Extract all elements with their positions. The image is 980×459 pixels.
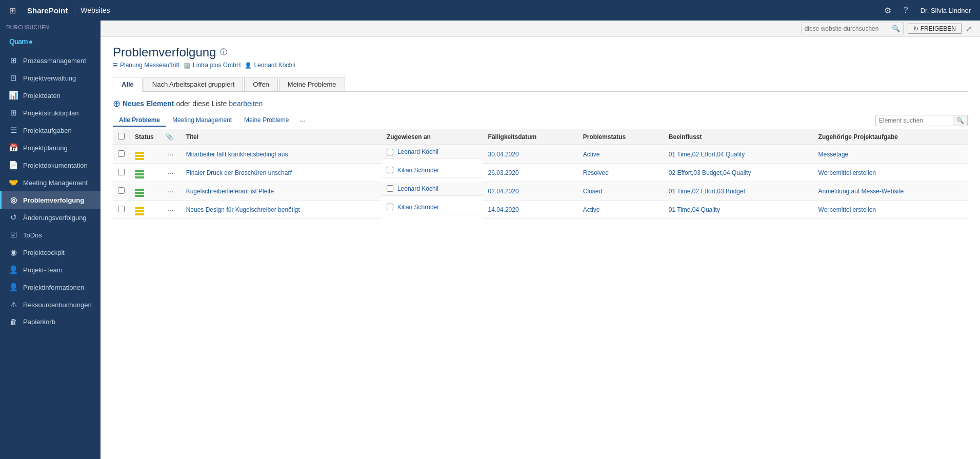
tab-meine-probleme[interactable]: Meine Probleme [279,77,345,91]
site-search-input[interactable] [805,25,890,32]
site-search-box[interactable]: 🔍 [801,23,904,34]
row-title-cell[interactable]: Mitarbeiter fällt krankheitsbedingt aus [181,145,382,164]
content-area: 🔍 ↻ FREIGEBEN ⤢ Problemverfolgung ⓘ ☰ Pl… [101,21,980,459]
sidebar-item-projektinformationen[interactable]: 👤 Projektinformationen [0,278,101,296]
sidebar-item-projektplanung[interactable]: 📅 Projektplanung [0,139,101,156]
todos-icon: ☑ [9,230,18,240]
grid-icon[interactable]: ⊞ [4,6,21,15]
row-menu-cell[interactable]: ··· [161,182,181,201]
row-project-task-cell[interactable]: Messetage [813,145,968,164]
row-problem-status-cell: Active [578,145,664,164]
sidebar-item-projekt-team[interactable]: 👤 Projekt-Team [0,261,101,278]
content-topbar: 🔍 ↻ FREIGEBEN ⤢ [101,21,980,37]
sidebar-item-projektstrukturplan[interactable]: ⊞ Projektstrukturplan [0,104,101,122]
row-menu-button[interactable]: ··· [166,150,176,158]
row-checkbox[interactable] [118,206,125,212]
select-all-checkbox[interactable] [118,133,125,139]
row-project-task-cell[interactable]: Werbemittel erstellen [813,201,968,219]
row-due-cell: 30.04.2020 [483,145,578,164]
project-mgmt-icon: ⊡ [9,73,18,83]
breadcrumb-item-1[interactable]: ☰ Planung Messeauftritt [113,62,179,69]
col-header-check[interactable] [113,129,130,145]
edit-list-link[interactable]: bearbeiten [229,99,263,108]
page-title-row: Problemverfolgung ⓘ [113,45,968,59]
sidebar-item-projektaufgaben[interactable]: ☰ Projektaufgaben [0,122,101,139]
row-menu-button[interactable]: ··· [166,169,176,177]
row-menu-button[interactable]: ··· [166,206,176,214]
top-navigation: ⊞ SharePoint Websites ⚙ ? Dr. Silvia Lin… [0,0,980,21]
assigned-checkbox[interactable] [387,149,393,155]
sidebar-item-todos[interactable]: ☑ ToDos [0,226,101,244]
row-menu-button[interactable]: ··· [166,187,176,195]
settings-button[interactable]: ⚙ [879,4,896,17]
row-title-cell[interactable]: Kugelschreiberlieferant ist Pleite [181,182,382,201]
assigned-checkbox[interactable] [387,204,393,210]
row-checkbox[interactable] [118,150,125,157]
row-problem-status-cell: Closed [578,182,664,201]
sidebar-item-projektcockpit[interactable]: ◉ Projektcockpit [0,244,101,261]
filter-search[interactable]: 🔍 [875,115,968,126]
sidebar-item-projektdaten[interactable]: 📊 Projektdaten [0,87,101,104]
filter-meine-probleme[interactable]: Meine Probleme [238,114,295,127]
table-row: ···Neues Design für Kugelschreiber benöt… [113,201,968,219]
sidebar-item-ressourcenbuchungen[interactable]: ⚠ Ressourcenbuchungen [0,296,101,313]
assigned-checkbox[interactable] [387,167,393,173]
row-title-cell[interactable]: Finaler Druck der Broschüren unscharf [181,164,382,182]
resources-icon: ⚠ [9,300,18,309]
sidebar-item-projektdokumentation[interactable]: 📄 Projektdokumentation [0,156,101,174]
user-display[interactable]: Dr. Silvia Lindner [915,7,976,14]
tab-offen[interactable]: Offen [244,77,278,91]
trash-icon: 🗑 [9,317,18,326]
row-problem-status-cell: Resolved [578,164,664,182]
filter-alle-probleme[interactable]: Alle Probleme [113,114,166,127]
sidebar-item-problemverfolgung[interactable]: ◎ Problemverfolgung [0,191,101,209]
sidebar-item-meeting-management[interactable]: 🤝 Meeting Management [0,174,101,191]
col-header-status: Status [130,129,161,145]
row-checkbox-cell [113,182,130,201]
sidebar-item-papierkorb[interactable]: 🗑 Papierkorb [0,313,101,330]
page-info-icon[interactable]: ⓘ [220,48,227,57]
sidebar-item-projektverwaltung[interactable]: ⊡ Projektverwaltung [0,69,101,87]
team-icon: 👤 [9,265,18,274]
page-title: Problemverfolgung [113,45,216,59]
row-problem-status-cell: Active [578,201,664,219]
list-icon: ☰ [113,62,118,69]
tasks-icon: ☰ [9,126,18,135]
add-icon[interactable]: ⊕ [113,98,121,109]
filter-more-button[interactable]: ··· [295,114,309,127]
issues-table: Status 📎 Titel Zugewiesen an Fälligkeits… [113,129,968,219]
row-project-task-cell[interactable]: Werbemittel erstellen [813,164,968,182]
row-due-cell: 02.04.2020 [483,182,578,201]
row-checkbox-cell [113,145,130,164]
breadcrumb-item-2[interactable]: 🏢 Lintra plus GmbH [184,62,241,69]
row-menu-cell[interactable]: ··· [161,201,181,219]
row-assigned-cell: Leonard Köchli [382,182,483,196]
row-project-task-cell[interactable]: Anmeldung auf Messe-Website [813,182,968,201]
sidebar-item-prozessmanagement[interactable]: ⊞ Prozessmanagement [0,52,101,69]
tab-alle[interactable]: Alle [113,77,143,92]
assigned-name: Leonard Köchli [397,185,438,192]
filter-meeting-management[interactable]: Meeting Management [166,114,238,127]
sidebar-search-label: DURCHSUCHEN [0,21,101,31]
row-checkbox-cell [113,201,130,219]
row-title-cell[interactable]: Neues Design für Kugelschreiber benötigt [181,201,382,219]
breadcrumb-item-3[interactable]: 👤 Leonard Köchli [245,62,295,69]
row-checkbox[interactable] [118,187,125,194]
sharepoint-label: SharePoint [21,6,74,15]
row-beeinflusst-cell: 01 Time,02 Effort,03 Budget [664,182,813,201]
sidebar-item-aenderungsverfolgung[interactable]: ↺ Änderungsverfolgung [0,209,101,226]
add-new-link[interactable]: Neues Element [123,99,174,108]
row-menu-cell[interactable]: ··· [161,145,181,164]
row-checkbox[interactable] [118,169,125,175]
row-status-cell [130,201,161,219]
assigned-checkbox[interactable] [387,185,393,192]
help-button[interactable]: ? [898,4,913,17]
row-menu-cell[interactable]: ··· [161,164,181,182]
col-header-due: Fälligkeitsdatum [483,129,578,145]
tab-nach-arbeitspaket[interactable]: Nach Arbeitspaket gruppiert [144,77,243,91]
filter-search-input[interactable] [876,116,953,125]
maximize-button[interactable]: ⤢ [966,25,972,33]
freigeben-button[interactable]: ↻ FREIGEBEN [908,24,962,34]
structure-icon: ⊞ [9,108,18,117]
filter-search-button[interactable]: 🔍 [953,115,967,126]
